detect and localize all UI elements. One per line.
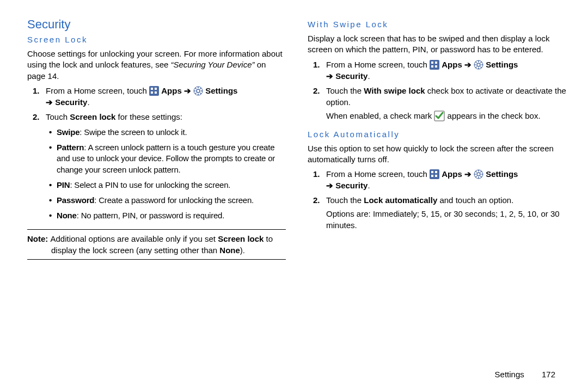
svg-point-29 bbox=[477, 63, 480, 66]
lock-auto-intro: Use this option to set how quickly to lo… bbox=[308, 143, 566, 166]
bullet-none: None: No pattern, PIN, or password is re… bbox=[57, 210, 286, 221]
page-container: Security Screen Lock Choose settings for… bbox=[0, 0, 588, 392]
bullet-list: Swipe: Swipe the screen to unlock it. Pa… bbox=[46, 127, 286, 222]
steps-swipe-lock: 1. From a Home screen, touch Apps ➔ Sett… bbox=[308, 59, 566, 122]
bullet-pin: PIN: Select a PIN to use for unlocking t… bbox=[57, 180, 286, 191]
bullet-swipe: Swipe: Swipe the screen to unlock it. bbox=[57, 127, 286, 138]
svg-line-10 bbox=[195, 88, 196, 89]
svg-rect-31 bbox=[430, 169, 439, 179]
steps-lock-auto: 1. From a Home screen, touch Apps ➔ Sett… bbox=[308, 168, 566, 231]
svg-rect-3 bbox=[151, 91, 153, 94]
footer-section: Settings bbox=[495, 370, 524, 379]
svg-rect-32 bbox=[431, 171, 433, 173]
svg-point-45 bbox=[477, 173, 480, 176]
apps-icon bbox=[149, 86, 159, 96]
svg-rect-19 bbox=[435, 65, 437, 68]
svg-line-44 bbox=[481, 171, 482, 172]
heading-security: Security bbox=[27, 17, 286, 32]
apps-icon bbox=[430, 60, 439, 70]
svg-line-28 bbox=[481, 62, 482, 63]
heading-lock-automatically: Lock Automatically bbox=[308, 130, 566, 139]
bullet-password: Password: Create a password for unlockin… bbox=[57, 195, 286, 206]
step-2: 2. Touch the With swipe lock check box t… bbox=[326, 85, 566, 122]
apps-icon bbox=[430, 169, 439, 179]
step-1: 1. From a Home screen, touch Apps ➔ Sett… bbox=[326, 168, 566, 191]
svg-rect-4 bbox=[155, 91, 157, 94]
svg-point-14 bbox=[197, 89, 200, 93]
svg-rect-17 bbox=[435, 62, 437, 64]
step-2: 2. Touch Screen lock for these settings:… bbox=[46, 111, 286, 222]
intro-paragraph: Choose settings for unlocking your scree… bbox=[27, 48, 286, 82]
heading-with-swipe-lock: With Swipe Lock bbox=[308, 20, 566, 29]
svg-rect-1 bbox=[151, 88, 153, 90]
settings-icon bbox=[474, 60, 483, 70]
svg-rect-15 bbox=[430, 60, 439, 70]
svg-line-13 bbox=[200, 88, 201, 89]
svg-rect-33 bbox=[435, 171, 437, 173]
page-footer: Settings 172 bbox=[495, 370, 555, 379]
bullet-pattern: Pattern: A screen unlock pattern is a to… bbox=[57, 142, 286, 175]
svg-rect-34 bbox=[431, 175, 433, 177]
svg-line-25 bbox=[475, 62, 476, 63]
step-1: 1. From a Home screen, touch Apps ➔ Sett… bbox=[46, 85, 286, 108]
svg-line-43 bbox=[475, 176, 476, 177]
svg-rect-0 bbox=[149, 86, 159, 96]
svg-rect-2 bbox=[155, 88, 157, 90]
svg-line-11 bbox=[200, 93, 201, 94]
swipe-lock-intro: Display a lock screen that has to be swi… bbox=[308, 33, 566, 56]
svg-line-41 bbox=[475, 171, 476, 172]
svg-rect-18 bbox=[431, 65, 433, 68]
left-column: Security Screen Lock Choose settings for… bbox=[27, 17, 286, 381]
checkmark-icon bbox=[434, 111, 445, 121]
footer-page-number: 172 bbox=[542, 370, 555, 379]
svg-line-26 bbox=[481, 66, 482, 68]
step-1: 1. From a Home screen, touch Apps ➔ Sett… bbox=[326, 59, 566, 82]
step-2: 2. Touch the Lock automatically and touc… bbox=[326, 194, 566, 231]
svg-line-42 bbox=[481, 176, 482, 177]
svg-rect-35 bbox=[435, 175, 437, 177]
svg-line-12 bbox=[195, 93, 196, 94]
steps-screen-lock: 1. From a Home screen, touch Apps ➔ Sett… bbox=[27, 85, 286, 222]
settings-icon bbox=[474, 169, 483, 179]
right-column: With Swipe Lock Display a lock screen th… bbox=[308, 17, 566, 381]
svg-line-27 bbox=[475, 66, 476, 68]
svg-rect-16 bbox=[431, 62, 433, 64]
note-box: Note: Additional options are available o… bbox=[27, 229, 286, 260]
heading-screen-lock: Screen Lock bbox=[27, 35, 286, 44]
settings-icon bbox=[193, 86, 203, 96]
options-note: Options are: Immediately; 5, 15, or 30 s… bbox=[326, 208, 566, 231]
checkmark-note: When enabled, a check mark appears in th… bbox=[326, 110, 566, 122]
